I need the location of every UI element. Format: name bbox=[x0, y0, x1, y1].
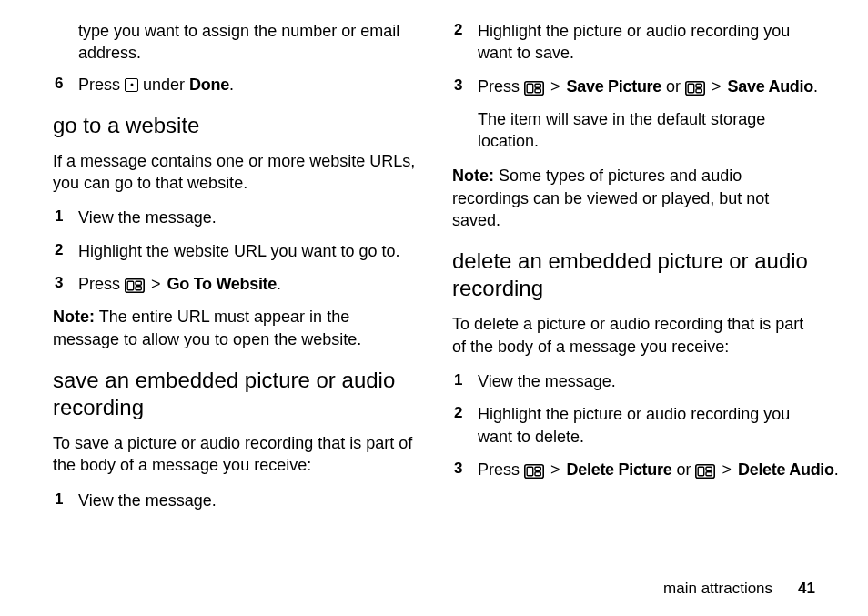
menu-key-icon bbox=[524, 464, 544, 479]
step-2: 2 Highlight the picture or audio recordi… bbox=[452, 403, 815, 448]
step-number: 2 bbox=[53, 240, 78, 261]
step-text: Highlight the picture or audio recording… bbox=[478, 403, 815, 448]
footer-section: main attractions bbox=[663, 580, 772, 597]
menu-label: Delete Picture bbox=[567, 460, 672, 479]
step-text: View the message. bbox=[78, 490, 416, 511]
step-number: 3 bbox=[53, 273, 78, 294]
continuation-text: type you want to assign the number or em… bbox=[78, 20, 416, 65]
manual-page: type you want to assign the number or em… bbox=[0, 0, 868, 564]
separator: > bbox=[149, 273, 163, 295]
paragraph: If a message contains one or more websit… bbox=[53, 150, 416, 195]
menu-label: Delete Audio bbox=[738, 460, 834, 479]
text: . bbox=[229, 76, 234, 94]
page-footer: main attractions41 bbox=[663, 579, 815, 600]
text: or bbox=[661, 77, 685, 96]
note-label: Note: bbox=[53, 308, 95, 326]
note-text: The entire URL must appear in the messag… bbox=[53, 308, 361, 348]
text: Press bbox=[478, 77, 524, 96]
step-number: 3 bbox=[452, 459, 478, 480]
text: Press bbox=[78, 76, 125, 94]
note-label: Note: bbox=[452, 167, 494, 185]
text: Press bbox=[478, 460, 524, 479]
step-text: Press > Delete Picture or > Delete Audio… bbox=[478, 459, 839, 480]
step-1: 1 View the message. bbox=[53, 490, 416, 511]
menu-label: Save Audio bbox=[728, 77, 813, 96]
note: Note: Some types of pictures and audio r… bbox=[452, 165, 815, 231]
menu-key-icon bbox=[685, 81, 705, 96]
step-number: 6 bbox=[53, 74, 78, 95]
step-text: Highlight the website URL you want to go… bbox=[78, 240, 416, 262]
menu-key-icon bbox=[695, 464, 715, 479]
step-number: 2 bbox=[452, 20, 478, 41]
footer-page-number: 41 bbox=[798, 580, 815, 597]
separator: > bbox=[549, 459, 562, 480]
heading-save-embedded: save an embedded picture or audio record… bbox=[53, 367, 416, 421]
step-6: 6 Press under Done. bbox=[53, 74, 416, 96]
paragraph: To delete a picture or audio recording t… bbox=[452, 313, 815, 358]
heading-delete-embedded: delete an embedded picture or audio reco… bbox=[452, 247, 815, 302]
note: Note: The entire URL must appear in the … bbox=[53, 306, 416, 350]
menu-label: Save Picture bbox=[567, 77, 661, 96]
step-text: Press > Save Picture or > Save Audio. bbox=[478, 76, 818, 97]
step-1: 1 View the message. bbox=[53, 207, 416, 228]
step-1: 1 View the message. bbox=[452, 370, 815, 392]
softkey-dot-icon bbox=[125, 78, 138, 92]
step-number: 1 bbox=[53, 490, 78, 510]
step-3: 3 Press > Delete Picture or > Delete Aud… bbox=[452, 459, 815, 480]
text: . bbox=[834, 460, 839, 479]
heading-go-to-website: go to a website bbox=[53, 112, 416, 139]
text: . bbox=[277, 275, 281, 293]
text: . bbox=[813, 77, 818, 96]
continuation-text: The item will save in the default storag… bbox=[478, 108, 815, 153]
menu-label-done: Done bbox=[189, 76, 229, 94]
step-text: Press under Done. bbox=[78, 74, 416, 96]
text: Press bbox=[78, 275, 125, 293]
separator: > bbox=[720, 459, 733, 480]
separator: > bbox=[710, 76, 723, 97]
step-text: View the message. bbox=[78, 207, 416, 228]
step-text: View the message. bbox=[478, 370, 815, 392]
text: or bbox=[671, 460, 695, 479]
note-text: Some types of pictures and audio recordi… bbox=[452, 167, 769, 229]
separator: > bbox=[549, 76, 562, 97]
step-number: 1 bbox=[452, 370, 478, 391]
step-text: Highlight the picture or audio recording… bbox=[478, 20, 815, 65]
step-3: 3 Press > Save Picture or > Save Audio. bbox=[452, 76, 815, 97]
step-number: 2 bbox=[452, 403, 478, 424]
text: under bbox=[138, 76, 189, 94]
paragraph: To save a picture or audio recording tha… bbox=[53, 432, 416, 477]
step-number: 3 bbox=[452, 76, 478, 96]
step-2: 2 Highlight the picture or audio recordi… bbox=[452, 20, 815, 65]
menu-label: Go To Website bbox=[167, 275, 277, 293]
step-text: Press > Go To Website. bbox=[78, 273, 416, 295]
step-2: 2 Highlight the website URL you want to … bbox=[53, 240, 416, 262]
step-3: 3 Press > Go To Website. bbox=[53, 273, 416, 295]
menu-key-icon bbox=[524, 81, 544, 96]
step-number: 1 bbox=[53, 207, 78, 227]
menu-key-icon bbox=[125, 278, 145, 293]
